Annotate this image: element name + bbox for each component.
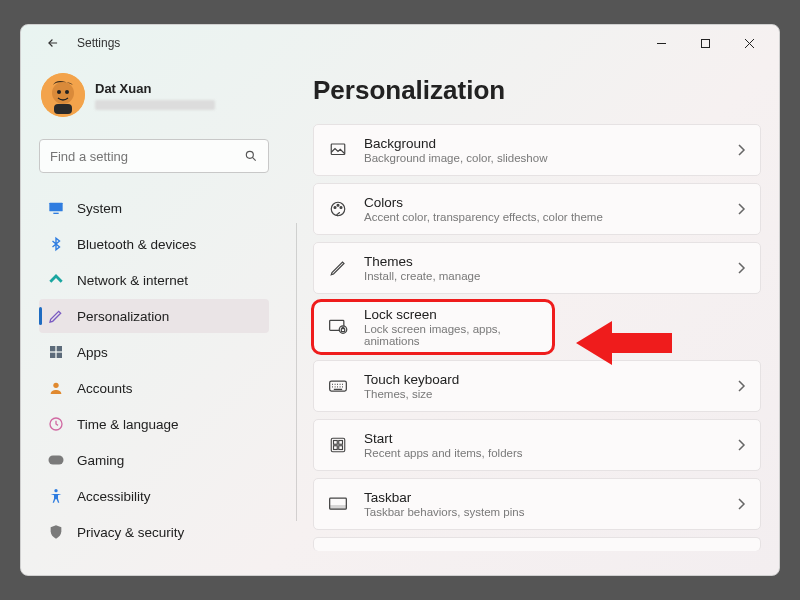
svg-point-21 [340,207,342,209]
card-title: Start [364,431,720,446]
nav-system[interactable]: System [39,191,269,225]
svg-point-2 [52,82,74,104]
settings-window: Settings [20,24,780,576]
profile-block[interactable]: Dat Xuan [39,69,269,129]
nav-accessibility[interactable]: Accessibility [39,479,269,513]
back-button[interactable] [39,29,67,57]
card-subtitle: Accent color, transparency effects, colo… [364,211,720,223]
taskbar-icon [328,494,348,514]
card-title: Lock screen [364,307,538,322]
card-start[interactable]: Start Recent apps and items, folders [313,419,761,471]
nav-network[interactable]: Network & internet [39,263,269,297]
chevron-right-icon [736,143,746,157]
card-colors[interactable]: Colors Accent color, transparency effect… [313,183,761,235]
clock-icon [47,415,65,433]
display-icon [47,199,65,217]
nav-label: Privacy & security [77,525,184,540]
svg-point-4 [65,90,69,94]
card-subtitle: Lock screen images, apps, animations [364,323,538,347]
svg-rect-15 [49,456,64,465]
bluetooth-icon [47,235,65,253]
card-title: Touch keyboard [364,372,720,387]
svg-point-16 [54,489,57,492]
nav-gaming[interactable]: Gaming [39,443,269,477]
nav-label: Apps [77,345,108,360]
main-panel: Personalization Background Background im… [283,61,779,575]
card-lock-screen[interactable]: Lock screen Lock screen images, apps, an… [313,301,553,353]
card-subtitle: Install, create, manage [364,270,720,282]
nav-label: Network & internet [77,273,188,288]
svg-rect-29 [334,446,338,450]
chevron-right-icon [736,438,746,452]
chevron-right-icon [736,202,746,216]
svg-rect-9 [50,346,55,351]
nav-label: System [77,201,122,216]
nav-apps[interactable]: Apps [39,335,269,369]
svg-point-19 [334,207,336,209]
svg-point-13 [53,383,58,388]
card-background[interactable]: Background Background image, color, slid… [313,124,761,176]
nav-label: Gaming [77,453,124,468]
card-themes[interactable]: Themes Install, create, manage [313,242,761,294]
search-input[interactable] [50,149,236,164]
svg-point-6 [246,151,253,158]
accessibility-icon [47,487,65,505]
svg-rect-27 [334,441,338,445]
svg-point-20 [337,204,339,206]
palette-icon [328,199,348,219]
svg-rect-0 [701,39,709,47]
nav-label: Bluetooth & devices [77,237,196,252]
wifi-icon [47,271,65,289]
maximize-button[interactable] [683,28,727,58]
nav-personalization[interactable]: Personalization [39,299,269,333]
svg-rect-11 [50,353,55,358]
svg-rect-8 [53,213,58,214]
sidebar: Dat Xuan System Bluetooth & devices [21,61,283,575]
chevron-right-icon [736,497,746,511]
nav-label: Personalization [77,309,169,324]
card-title: Colors [364,195,720,210]
nav-accounts[interactable]: Accounts [39,371,269,405]
scroll-divider [296,223,297,521]
app-name: Settings [77,36,120,50]
svg-rect-30 [339,446,343,450]
card-title: Background [364,136,720,151]
close-button[interactable] [727,28,771,58]
nav-label: Time & language [77,417,179,432]
settings-cards: Background Background image, color, slid… [313,124,761,551]
profile-email-blurred [95,100,215,110]
search-box[interactable] [39,139,269,173]
minimize-button[interactable] [639,28,683,58]
chevron-right-icon [736,379,746,393]
nav-list: System Bluetooth & devices Network & int… [39,191,269,549]
paintbrush-icon [47,307,65,325]
card-more-peek[interactable] [313,537,761,551]
profile-name: Dat Xuan [95,81,215,96]
pen-icon [328,258,348,278]
nav-label: Accounts [77,381,133,396]
svg-rect-12 [57,353,62,358]
card-subtitle: Themes, size [364,388,720,400]
chevron-right-icon [736,261,746,275]
gamepad-icon [47,451,65,469]
person-icon [47,379,65,397]
card-title: Taskbar [364,490,720,505]
nav-time-language[interactable]: Time & language [39,407,269,441]
search-icon [244,149,258,163]
nav-bluetooth[interactable]: Bluetooth & devices [39,227,269,261]
card-subtitle: Background image, color, slideshow [364,152,720,164]
nav-privacy[interactable]: Privacy & security [39,515,269,549]
page-title: Personalization [313,75,761,106]
image-icon [328,140,348,160]
svg-rect-10 [57,346,62,351]
lock-screen-icon [328,317,348,337]
card-touch-keyboard[interactable]: Touch keyboard Themes, size [313,360,761,412]
svg-rect-7 [49,203,62,212]
nav-label: Accessibility [77,489,151,504]
svg-rect-28 [339,441,343,445]
titlebar: Settings [21,25,779,61]
shield-icon [47,523,65,541]
card-taskbar[interactable]: Taskbar Taskbar behaviors, system pins [313,478,761,530]
apps-icon [47,343,65,361]
start-icon [328,435,348,455]
